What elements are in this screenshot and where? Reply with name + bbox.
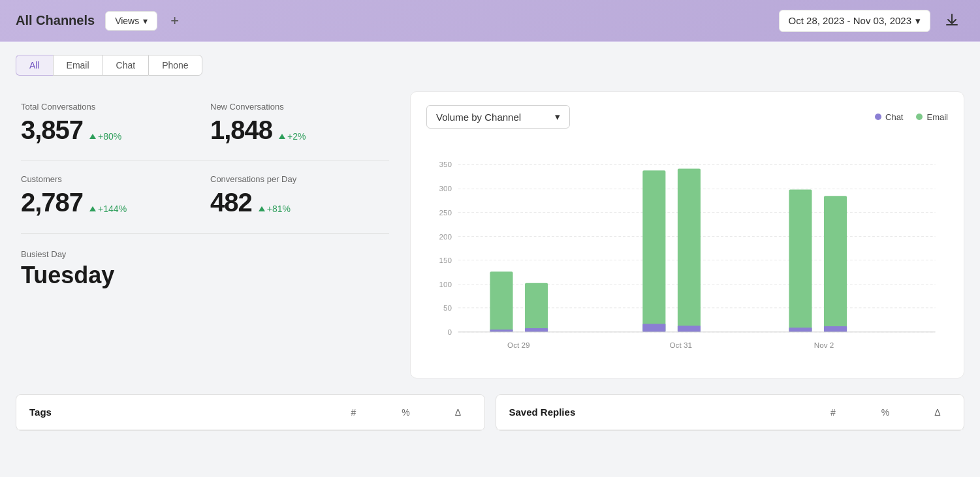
bar-email-5	[789, 190, 812, 332]
bar-email-6	[824, 196, 847, 332]
stats-divider-2	[21, 233, 389, 234]
up-arrow-icon	[89, 134, 96, 139]
chevron-down-icon: ▾	[915, 15, 921, 27]
legend-chat: Chat	[875, 112, 903, 122]
legend-dot-chat	[875, 114, 881, 120]
legend-dot-email	[916, 114, 923, 120]
svg-text:250: 250	[439, 208, 452, 217]
stat-new-conversations: New Conversations 1,848 +2%	[205, 91, 394, 158]
svg-text:Oct 31: Oct 31	[670, 341, 692, 349]
main-content: All Email Chat Phone Total Conversations…	[0, 42, 980, 446]
stat-total-conversations: Total Conversations 3,857 +80%	[16, 91, 205, 158]
bar-chart: 0 50 100 150 200 250 300 350	[426, 142, 948, 363]
filter-tab-phone[interactable]: Phone	[148, 55, 202, 76]
svg-text:0: 0	[447, 328, 452, 336]
svg-text:150: 150	[439, 256, 452, 264]
date-range-picker[interactable]: Oct 28, 2023 - Nov 03, 2023 ▾	[779, 10, 930, 32]
stat-customers: Customers 2,787 +144%	[16, 164, 205, 230]
stat-busiest-day: Busiest Day Tuesday	[16, 236, 394, 294]
chart-header: Volume by Channel ▾ Chat Email	[426, 105, 948, 129]
bar-email-2	[525, 283, 548, 332]
bar-email-3	[642, 170, 665, 331]
tags-table: Tags # % Δ	[16, 394, 485, 431]
topbar: All Channels Views ▾ + Oct 28, 2023 - No…	[0, 0, 980, 42]
saved-replies-table: Saved Replies # % Δ	[496, 394, 965, 431]
up-arrow-icon	[259, 206, 265, 211]
svg-text:100: 100	[439, 280, 452, 288]
bar-chat-3	[642, 324, 665, 332]
stat-conversations-per-day: Conversations per Day 482 +81%	[205, 164, 394, 230]
stats-grid: Total Conversations 3,857 +80% New Conve…	[16, 91, 394, 236]
legend-email: Email	[916, 112, 948, 122]
svg-text:50: 50	[443, 303, 452, 312]
saved-replies-table-header: Saved Replies # % Δ	[496, 395, 964, 430]
svg-text:Nov 2: Nov 2	[814, 341, 834, 349]
customers-change: +144%	[89, 204, 127, 214]
chevron-down-icon: ▾	[555, 111, 560, 123]
content-area: Total Conversations 3,857 +80% New Conve…	[0, 76, 980, 394]
bar-email-1	[490, 271, 513, 332]
svg-text:200: 200	[439, 232, 452, 241]
download-icon	[945, 12, 959, 27]
up-arrow-icon	[279, 134, 285, 139]
svg-text:Oct 29: Oct 29	[507, 341, 530, 349]
bottom-tables-row: Tags # % Δ Saved Replies # % Δ	[0, 394, 980, 446]
stats-panel: Total Conversations 3,857 +80% New Conve…	[16, 91, 394, 294]
filter-tabs: All Email Chat Phone	[0, 42, 980, 76]
bar-chat-2	[525, 328, 548, 332]
up-arrow-icon	[89, 206, 96, 211]
chevron-down-icon: ▾	[143, 16, 148, 26]
bar-chat-6	[824, 326, 847, 332]
new-conversations-change: +2%	[279, 131, 306, 142]
chart-legend: Chat Email	[875, 112, 948, 122]
page-title: All Channels	[16, 13, 95, 28]
bar-chat-4	[678, 326, 701, 332]
bar-chat-5	[789, 328, 812, 332]
chart-panel: Volume by Channel ▾ Chat Email	[410, 91, 964, 378]
svg-text:350: 350	[439, 160, 452, 168]
bar-chart-svg: 0 50 100 150 200 250 300 350	[426, 142, 948, 363]
svg-text:300: 300	[439, 184, 452, 192]
tags-table-header: Tags # % Δ	[16, 395, 484, 430]
bar-chat-1	[490, 330, 513, 332]
download-button[interactable]	[940, 7, 964, 34]
views-dropdown[interactable]: Views ▾	[105, 11, 157, 31]
add-view-button[interactable]: +	[165, 10, 184, 32]
filter-tab-chat[interactable]: Chat	[103, 55, 149, 76]
bar-email-4	[678, 168, 701, 331]
conversations-per-day-change: +81%	[259, 204, 291, 214]
total-conversations-change: +80%	[89, 131, 121, 142]
filter-tab-email[interactable]: Email	[53, 55, 103, 76]
filter-tab-all[interactable]: All	[16, 55, 53, 76]
stats-divider-1	[21, 161, 389, 161]
chart-type-dropdown[interactable]: Volume by Channel ▾	[426, 105, 570, 129]
